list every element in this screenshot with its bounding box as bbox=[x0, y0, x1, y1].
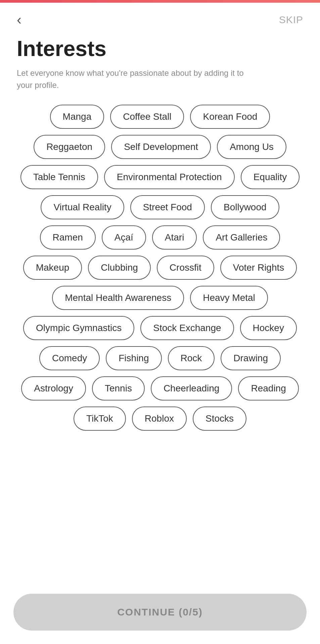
tag-tennis[interactable]: Tennis bbox=[92, 376, 145, 400]
tag-mental-health-awareness[interactable]: Mental Health Awareness bbox=[52, 286, 184, 310]
header: ‹ SKIP bbox=[0, 3, 320, 30]
tag-manga[interactable]: Manga bbox=[50, 105, 104, 129]
tags-container: MangaCoffee StallKorean FoodReggaetonSel… bbox=[0, 95, 320, 478]
tag-hockey[interactable]: Hockey bbox=[240, 316, 297, 340]
bottom-bar: CONTINUE (0/5) bbox=[0, 587, 320, 644]
tag-table-tennis[interactable]: Table Tennis bbox=[20, 165, 98, 189]
tag-among-us[interactable]: Among Us bbox=[217, 135, 286, 159]
tag-ramen[interactable]: Ramen bbox=[40, 225, 96, 250]
tag-crossfit[interactable]: Crossfit bbox=[157, 256, 214, 280]
tag-tiktok[interactable]: TikTok bbox=[74, 407, 126, 431]
tag-korean-food[interactable]: Korean Food bbox=[190, 105, 270, 129]
tag-reading[interactable]: Reading bbox=[238, 376, 299, 400]
tag-virtual-reality[interactable]: Virtual Reality bbox=[41, 195, 124, 219]
title-section: Interests Let everyone know what you're … bbox=[0, 30, 320, 95]
tag-stock-exchange[interactable]: Stock Exchange bbox=[140, 316, 234, 340]
tag-voter-rights[interactable]: Voter Rights bbox=[220, 256, 297, 280]
page-title: Interests bbox=[17, 37, 303, 60]
tag-roblox[interactable]: Roblox bbox=[132, 407, 187, 431]
subtitle: Let everyone know what you're passionate… bbox=[17, 67, 252, 91]
top-bar bbox=[0, 0, 320, 3]
tag-heavy-metal[interactable]: Heavy Metal bbox=[190, 286, 268, 310]
continue-button[interactable]: CONTINUE (0/5) bbox=[13, 594, 307, 631]
tag-environmental-protection[interactable]: Environmental Protection bbox=[104, 165, 235, 189]
tag-olympic-gymnastics[interactable]: Olympic Gymnastics bbox=[23, 316, 134, 340]
tag-street-food[interactable]: Street Food bbox=[130, 195, 205, 219]
tag-comedy[interactable]: Comedy bbox=[39, 346, 100, 370]
back-button[interactable]: ‹ bbox=[17, 13, 21, 27]
tag-coffee-stall[interactable]: Coffee Stall bbox=[110, 105, 184, 129]
tag-astrology[interactable]: Astrology bbox=[21, 376, 86, 400]
tag-açaí[interactable]: Açaí bbox=[102, 225, 146, 250]
skip-button[interactable]: SKIP bbox=[279, 14, 303, 25]
tag-drawing[interactable]: Drawing bbox=[221, 346, 281, 370]
tag-art-galleries[interactable]: Art Galleries bbox=[203, 225, 280, 250]
tag-clubbing[interactable]: Clubbing bbox=[88, 256, 151, 280]
tag-fishing[interactable]: Fishing bbox=[106, 346, 162, 370]
tag-atari[interactable]: Atari bbox=[152, 225, 197, 250]
tag-reggaeton[interactable]: Reggaeton bbox=[34, 135, 105, 159]
tag-bollywood[interactable]: Bollywood bbox=[211, 195, 279, 219]
tag-makeup[interactable]: Makeup bbox=[23, 256, 82, 280]
tag-stocks[interactable]: Stocks bbox=[193, 407, 246, 431]
tag-equality[interactable]: Equality bbox=[241, 165, 300, 189]
tag-self-development[interactable]: Self Development bbox=[111, 135, 211, 159]
tag-cheerleading[interactable]: Cheerleading bbox=[151, 376, 232, 400]
tag-rock[interactable]: Rock bbox=[168, 346, 215, 370]
